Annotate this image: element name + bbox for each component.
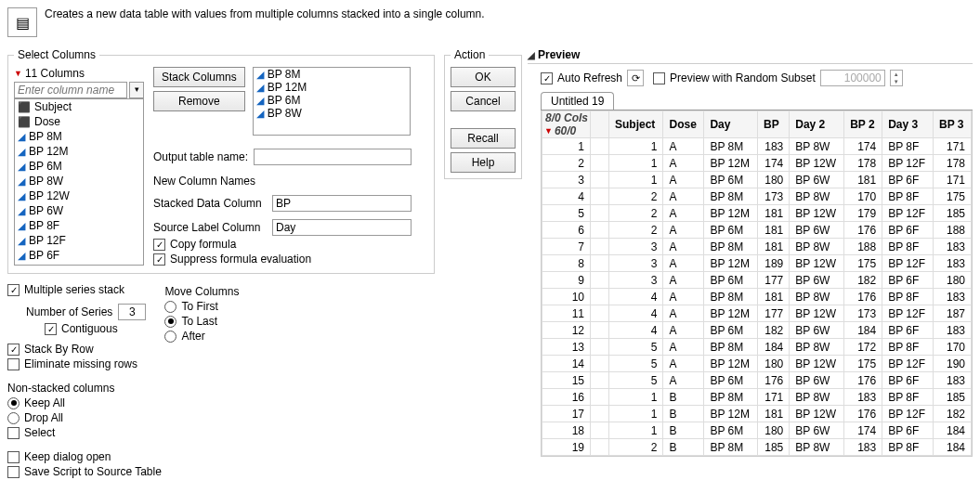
table-row[interactable]: 161BBP 8M171BP 8W183BP 8F185 bbox=[542, 389, 972, 406]
rows-count-label: 60/0 bbox=[555, 124, 576, 137]
table-row[interactable]: 83ABP 12M189BP 12W175BP 12F183 bbox=[542, 255, 972, 272]
table-row[interactable]: 171BBP 12M181BP 12W176BP 12F182 bbox=[542, 406, 972, 422]
table-row[interactable]: 11ABP 8M183BP 8W174BP 8F171 bbox=[542, 138, 972, 155]
table-row[interactable]: 73ABP 8M181BP 8W188BP 8F183 bbox=[542, 239, 972, 255]
continuous-icon: ◢ bbox=[18, 235, 25, 247]
help-button[interactable]: Help bbox=[451, 152, 516, 173]
column-header[interactable]: Day 3 bbox=[882, 111, 934, 138]
table-row[interactable]: 31ABP 6M180BP 6W181BP 6F171 bbox=[542, 172, 972, 188]
table-row[interactable]: 124ABP 6M182BP 6W184BP 6F183 bbox=[542, 322, 972, 339]
preview-table: 8/0 Cols ▼60/0 SubjectDoseDayBPDay 2BP 2… bbox=[542, 110, 972, 456]
column-header[interactable]: Day 2 bbox=[790, 111, 844, 138]
table-row[interactable]: 62ABP 6M181BP 6W176BP 6F188 bbox=[542, 222, 972, 239]
save-script-checkbox[interactable] bbox=[7, 466, 20, 478]
stacked-list-item[interactable]: ◢BP 12M bbox=[254, 81, 410, 94]
table-row[interactable]: 52ABP 12M181BP 12W179BP 12F185 bbox=[542, 205, 972, 222]
continuous-icon: ◢ bbox=[18, 131, 25, 143]
move-to-last-radio[interactable] bbox=[164, 316, 176, 328]
move-after-radio[interactable] bbox=[164, 331, 176, 343]
stacked-list-item[interactable]: ◢BP 6M bbox=[254, 94, 410, 107]
table-row[interactable]: 155ABP 6M176BP 6W176BP 6F183 bbox=[542, 372, 972, 389]
keep-all-radio[interactable] bbox=[7, 397, 20, 409]
rows-dropdown-icon[interactable]: ▼ bbox=[544, 126, 553, 136]
preview-tab[interactable]: Untitled 19 bbox=[541, 92, 614, 110]
column-header[interactable]: BP bbox=[757, 111, 789, 138]
columns-dropdown-icon[interactable]: ▼ bbox=[14, 69, 22, 78]
continuous-icon: ◢ bbox=[18, 146, 25, 158]
select-checkbox[interactable] bbox=[7, 427, 20, 439]
column-list-item[interactable]: ◢BP 6M bbox=[15, 159, 143, 174]
keep-dialog-open-checkbox[interactable] bbox=[7, 451, 20, 463]
recall-button[interactable]: Recall bbox=[451, 128, 516, 149]
column-list-item[interactable]: ◢BP 12F bbox=[15, 233, 143, 248]
cancel-button[interactable]: Cancel bbox=[451, 91, 516, 111]
move-columns-label: Move Columns bbox=[164, 285, 239, 298]
column-header[interactable]: BP 3 bbox=[933, 111, 971, 138]
column-header[interactable]: Dose bbox=[663, 111, 704, 138]
table-row[interactable]: 21ABP 12M174BP 12W178BP 12F178 bbox=[542, 155, 972, 172]
new-column-names-header: New Column Names bbox=[153, 175, 428, 188]
source-label-column-input[interactable] bbox=[272, 219, 412, 236]
continuous-icon: ◢ bbox=[256, 82, 264, 94]
continuous-icon: ◢ bbox=[18, 205, 25, 217]
remove-button[interactable]: Remove bbox=[153, 91, 245, 111]
select-columns-legend: Select Columns bbox=[14, 48, 99, 61]
move-to-first-radio[interactable] bbox=[164, 301, 176, 313]
column-list-item[interactable]: ◢BP 12W bbox=[15, 188, 143, 203]
table-row[interactable]: 114ABP 12M177BP 12W173BP 12F187 bbox=[542, 305, 972, 322]
column-header[interactable]: BP 2 bbox=[844, 111, 882, 138]
suppress-formula-checkbox[interactable]: ✓ bbox=[153, 253, 165, 266]
columns-count-label: 11 Columns bbox=[25, 67, 85, 80]
columns-list[interactable]: ⬛Subject⬛Dose◢BP 8M◢BP 12M◢BP 6M◢BP 8W◢B… bbox=[14, 98, 144, 266]
preview-disclosure-icon[interactable]: ◢ bbox=[528, 50, 535, 60]
auto-refresh-checkbox[interactable]: ✓ bbox=[541, 72, 553, 84]
column-list-item[interactable]: ◢BP 6W bbox=[15, 203, 143, 218]
preview-title: Preview bbox=[538, 48, 580, 61]
table-row[interactable]: 135ABP 8M184BP 8W172BP 8F170 bbox=[542, 339, 972, 356]
number-of-series-input[interactable] bbox=[118, 304, 146, 320]
table-row[interactable]: 192BBP 8M185BP 8W183BP 8F184 bbox=[542, 439, 972, 456]
continuous-icon: ◢ bbox=[18, 220, 25, 232]
stack-by-row-label: Stack By Row bbox=[24, 343, 94, 356]
table-row[interactable]: 93ABP 6M177BP 6W182BP 6F180 bbox=[542, 272, 972, 289]
stacked-list-item[interactable]: ◢BP 8M bbox=[254, 68, 410, 81]
column-list-item[interactable]: ◢BP 6F bbox=[15, 248, 143, 263]
column-list-item[interactable]: ⬛Subject bbox=[15, 99, 143, 114]
stack-columns-button[interactable]: Stack Columns bbox=[153, 67, 245, 87]
nominal-icon: ⬛ bbox=[18, 116, 31, 128]
column-list-item[interactable]: ◢BP 8W bbox=[15, 174, 143, 188]
column-header[interactable]: Day bbox=[704, 111, 758, 138]
stacked-data-column-label: Stacked Data Column bbox=[153, 197, 267, 210]
app-icon: ▤ bbox=[7, 7, 37, 37]
column-header[interactable]: Subject bbox=[609, 111, 663, 138]
drop-all-radio[interactable] bbox=[7, 412, 20, 424]
cols-count-label: 8/0 Cols bbox=[544, 111, 588, 124]
column-list-item[interactable]: ◢BP 8M bbox=[15, 129, 143, 144]
eliminate-missing-checkbox[interactable] bbox=[7, 358, 20, 370]
stacked-list-item[interactable]: ◢BP 8W bbox=[254, 107, 410, 120]
table-row[interactable]: 42ABP 8M173BP 8W170BP 8F175 bbox=[542, 188, 972, 205]
table-row[interactable]: 181BBP 6M180BP 6W174BP 6F184 bbox=[542, 422, 972, 439]
column-search-input[interactable] bbox=[14, 82, 127, 98]
stacked-columns-list[interactable]: ◢BP 8M◢BP 12M◢BP 6M◢BP 8W bbox=[253, 67, 411, 136]
output-table-label: Output table name: bbox=[153, 150, 248, 163]
random-subset-checkbox[interactable] bbox=[653, 72, 665, 84]
contiguous-checkbox[interactable]: ✓ bbox=[45, 323, 57, 335]
stack-by-row-checkbox[interactable]: ✓ bbox=[7, 344, 20, 356]
output-table-input[interactable] bbox=[254, 149, 412, 165]
stacked-data-column-input[interactable] bbox=[272, 195, 412, 212]
column-list-item[interactable]: ◢BP 8F bbox=[15, 218, 143, 233]
nominal-icon: ⬛ bbox=[18, 101, 31, 113]
ok-button[interactable]: OK bbox=[451, 67, 516, 87]
table-row[interactable]: 145ABP 12M180BP 12W175BP 12F190 bbox=[542, 356, 972, 372]
multiple-series-checkbox[interactable]: ✓ bbox=[7, 284, 20, 296]
column-list-item[interactable]: ⬛Dose bbox=[15, 114, 143, 129]
action-legend: Action bbox=[451, 48, 489, 61]
copy-formula-checkbox[interactable]: ✓ bbox=[153, 239, 165, 251]
table-row[interactable]: 104ABP 8M181BP 8W176BP 8F183 bbox=[542, 289, 972, 305]
column-search-menu-button[interactable]: ▾ bbox=[129, 82, 144, 98]
random-subset-spinner[interactable]: ▲▼ bbox=[890, 70, 903, 86]
random-subset-input[interactable] bbox=[820, 70, 885, 86]
column-list-item[interactable]: ◢BP 12M bbox=[15, 144, 143, 159]
refresh-icon[interactable]: ⟳ bbox=[627, 70, 644, 86]
